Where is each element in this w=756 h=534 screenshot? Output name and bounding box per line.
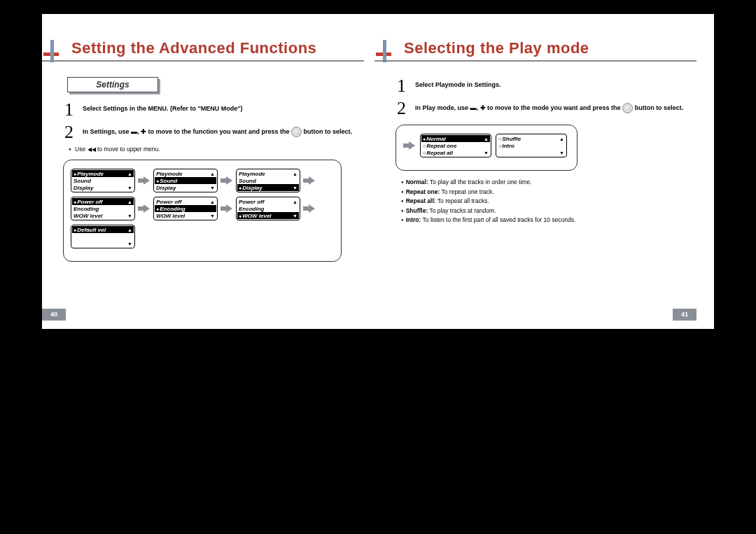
footnote: Use ◀◀ to move to upper menu.: [69, 146, 364, 153]
lcd-screen: Playmode▲ Sound Display▼: [236, 169, 300, 192]
manual-spread: Setting the Advanced Functions Settings …: [42, 14, 714, 329]
lcd-screen: Power off▲ Encoding WOW level▼: [236, 197, 300, 220]
arrow-icon: [138, 176, 150, 185]
arrow-icon: [303, 204, 316, 213]
bullet-item: Shuffle: To play tracks at random.: [401, 206, 696, 216]
section-subhead: Settings: [67, 77, 158, 92]
lcd-screen: Shuffle▲ Intro ▼: [496, 134, 567, 157]
lcd-screen: Playmode▲ Sound Display▼: [153, 169, 218, 192]
lcd-diagram-frame: Normal▲ Repeat one Repeat all▼ Shuffle▲ …: [396, 125, 578, 171]
bullet-list: Normal: To play all the tracks in order …: [401, 178, 696, 225]
step-1: 1 Select Playmode in Settings.: [397, 77, 696, 95]
page-number: 41: [673, 309, 696, 321]
page-title: Setting the Advanced Functions: [71, 39, 316, 57]
title-bar: Setting the Advanced Functions: [42, 43, 364, 64]
lcd-screen: Default vol▲ ▼: [71, 225, 135, 248]
bullet-item: Repeat one: To repeat one track.: [401, 188, 696, 197]
title-ornament: [376, 40, 391, 62]
select-button-icon: [622, 103, 633, 113]
step-2: 2 In Play mode, use ▬, ✚ to move to the …: [397, 99, 696, 118]
title-ornament: [43, 40, 59, 62]
page-number: 40: [42, 309, 66, 321]
lcd-screen: Power off▲ Encoding WOW level▼: [153, 197, 218, 220]
steps-list: 1 Select Playmode in Settings. 2 In Play…: [397, 77, 696, 118]
arrow-icon: [138, 204, 150, 213]
lcd-screen: Playmode▲ Sound Display▼: [71, 169, 135, 192]
arrow-icon: [220, 176, 233, 185]
bullet-item: Repeat all: To repeat all tracks.: [401, 197, 696, 206]
select-button-icon: [291, 127, 302, 137]
lcd-diagram-frame: Playmode▲ Sound Display▼ Playmode▲ Sound…: [63, 160, 342, 262]
arrow-icon: [220, 204, 233, 213]
steps-list: 1 Select Settings in the MENU. (Refer to…: [64, 101, 364, 141]
title-bar: Selecting the Play mode: [374, 43, 696, 64]
step-2: 2 In Settings, use ▬, ✚ to move to the f…: [64, 123, 364, 141]
page-title: Selecting the Play mode: [404, 39, 589, 57]
bullet-item: Intro: To listen to the first part of al…: [401, 216, 696, 225]
bullet-item: Normal: To play all the tracks in order …: [401, 178, 696, 188]
lcd-screen: Normal▲ Repeat one Repeat all▼: [420, 134, 491, 157]
arrow-icon: [303, 176, 316, 185]
page-right: Selecting the Play mode 1 Select Playmod…: [374, 14, 696, 329]
step-1: 1 Select Settings in the MENU. (Refer to…: [64, 101, 364, 119]
lcd-screen: Power off▲ Encoding WOW level▼: [71, 197, 135, 220]
page-left: Setting the Advanced Functions Settings …: [42, 14, 364, 329]
arrow-icon: [403, 141, 416, 150]
